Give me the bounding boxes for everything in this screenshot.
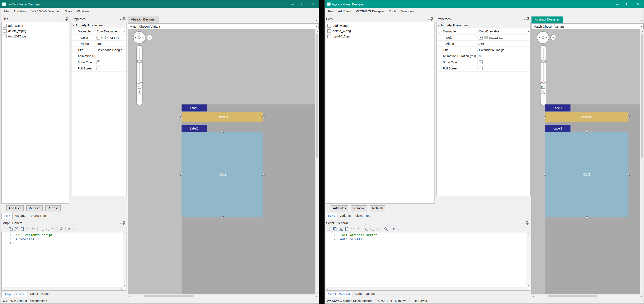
- tab-variants[interactable]: Variants: [338, 213, 353, 218]
- file-checkbox[interactable]: [3, 29, 7, 33]
- vertical-scrollbar[interactable]: ▴ ▾: [315, 29, 319, 294]
- zoom-slider-track[interactable]: [543, 48, 544, 81]
- export-image-button[interactable]: [137, 90, 142, 95]
- color-swatch[interactable]: [102, 36, 106, 39]
- scroll-left-icon[interactable]: ◂: [128, 294, 132, 298]
- widget-label1[interactable]: Label1: [182, 104, 207, 111]
- resize-handle[interactable]: [544, 116, 546, 118]
- tab-abstract-designer[interactable]: Abstract Designer: [128, 17, 159, 24]
- tab-script-general[interactable]: Script - General: [1, 291, 28, 297]
- scrollbar-thumb[interactable]: [316, 34, 318, 158]
- file-list-item[interactable]: topo2017.jpg: [326, 34, 434, 39]
- widget-spinner1[interactable]: Spinner1: [545, 112, 628, 122]
- tab-script-general[interactable]: Script - General: [326, 291, 352, 297]
- resize-handle[interactable]: [586, 131, 588, 133]
- pan-down-icon[interactable]: ▾: [542, 40, 544, 43]
- scroll-right-icon[interactable]: ▸: [122, 288, 122, 290]
- horizontal-scrollbar[interactable]: ◂ ▸: [128, 294, 319, 298]
- run-script-icon[interactable]: ▶: [67, 227, 72, 231]
- menu-windows[interactable]: Windows: [399, 9, 416, 14]
- panel-menu-chevron-icon[interactable]: ▾: [524, 18, 525, 21]
- pan-up-icon[interactable]: ▴: [542, 33, 544, 35]
- refresh-button[interactable]: Refresh: [370, 205, 385, 211]
- menu-file[interactable]: File: [1, 9, 11, 14]
- file-checkbox[interactable]: [3, 24, 7, 28]
- resize-handle[interactable]: [586, 216, 588, 218]
- alpha-value[interactable]: 255: [96, 42, 102, 46]
- scroll-left-icon[interactable]: ◂: [326, 288, 328, 290]
- indent-decrease-icon[interactable]: [40, 227, 44, 231]
- tab-files[interactable]: Files: [326, 213, 337, 219]
- resize-handle[interactable]: [221, 216, 223, 218]
- pan-right-icon[interactable]: ▸: [546, 36, 548, 39]
- color-enabled-checkbox[interactable]: [96, 36, 100, 39]
- drawable-combobox[interactable]: ColorDrawable ▾: [478, 30, 530, 33]
- copy-icon[interactable]: [8, 227, 13, 231]
- redo-icon[interactable]: ↷: [356, 227, 360, 231]
- pan-left-icon[interactable]: ◂: [135, 36, 136, 39]
- indent-increase-icon[interactable]: [370, 227, 374, 231]
- scroll-down-icon[interactable]: ▾: [640, 290, 644, 294]
- menu-tools[interactable]: Tools: [62, 9, 74, 14]
- drawable-combobox[interactable]: ColorDrawable ▾: [95, 30, 126, 33]
- variant-selector[interactable]: Match Chosen Variant ▾: [128, 24, 319, 29]
- search-icon[interactable]: [384, 227, 388, 231]
- panel-menu-chevron-icon[interactable]: ▾: [120, 18, 121, 21]
- title-value[interactable]: Calendário Google: [479, 48, 505, 52]
- refresh-button[interactable]: Refresh: [45, 205, 61, 211]
- comment-icon[interactable]: //: [51, 227, 56, 231]
- paste-icon[interactable]: [344, 227, 349, 231]
- widget-label2[interactable]: Label2: [182, 125, 207, 132]
- run-script-icon[interactable]: ▶: [392, 227, 396, 231]
- collapse-tools-button[interactable]: «: [147, 35, 152, 40]
- resize-handle[interactable]: [262, 174, 264, 176]
- undo-icon[interactable]: ↶: [26, 227, 30, 231]
- toolbar-grip-icon[interactable]: [2, 227, 7, 231]
- pan-left-icon[interactable]: ◂: [538, 36, 540, 39]
- panel-menu-chevron-icon[interactable]: ▾: [523, 222, 524, 224]
- alpha-value[interactable]: 255: [479, 42, 484, 46]
- scroll-right-icon[interactable]: ▸: [525, 288, 526, 290]
- menu-add-view[interactable]: Add View: [11, 9, 29, 14]
- design-canvas[interactable]: Label1 Spinner1 Label2 CLV2: [531, 29, 644, 294]
- toolbar-overflow-chevron-icon[interactable]: ▾: [398, 228, 399, 230]
- maximize-button[interactable]: [297, 1, 308, 8]
- paste-icon[interactable]: [20, 227, 24, 231]
- menu-windows[interactable]: Windows: [74, 9, 92, 14]
- indent-increase-icon[interactable]: [45, 227, 50, 231]
- resize-handle[interactable]: [628, 116, 630, 118]
- close-button[interactable]: ×: [308, 1, 319, 8]
- resize-handle[interactable]: [180, 116, 182, 118]
- copy-icon[interactable]: [333, 227, 337, 231]
- animation-duration-value[interactable]: 0: [96, 54, 98, 58]
- show-title-checkbox[interactable]: [96, 60, 100, 64]
- resize-handle[interactable]: [221, 131, 223, 133]
- file-list-item[interactable]: add_w.png: [2, 23, 68, 29]
- scroll-down-icon[interactable]: ▾: [528, 284, 529, 287]
- tab-abstract-designer[interactable]: Abstract Designer: [531, 17, 562, 24]
- pan-right-icon[interactable]: ▸: [143, 36, 144, 39]
- add-files-button[interactable]: Add Files: [6, 205, 24, 211]
- menu-add-view[interactable]: Add View: [336, 9, 354, 14]
- show-title-checkbox[interactable]: [479, 60, 483, 64]
- close-button[interactable]: ×: [633, 1, 644, 8]
- tab-variants[interactable]: Variants: [13, 213, 28, 218]
- animation-duration-value[interactable]: 0: [479, 54, 480, 58]
- file-checkbox[interactable]: [328, 24, 331, 28]
- widget-label1[interactable]: Label1: [545, 104, 570, 111]
- add-files-button[interactable]: Add Files: [330, 205, 348, 211]
- preview-image-button[interactable]: [541, 85, 546, 89]
- tab-views-tree[interactable]: Views Tree: [353, 213, 372, 218]
- maximize-button[interactable]: [622, 1, 633, 8]
- pin-icon[interactable]: [430, 17, 433, 21]
- indent-decrease-icon[interactable]: [364, 227, 368, 231]
- zoom-slider-track[interactable]: [139, 48, 140, 81]
- file-checkbox[interactable]: [3, 35, 7, 38]
- resize-handle[interactable]: [180, 174, 182, 176]
- scroll-up-icon[interactable]: ▴: [316, 29, 319, 33]
- scrollbar-thumb[interactable]: [641, 34, 643, 158]
- property-group-header[interactable]: ◢ Activity Properties: [436, 22, 530, 28]
- toolbar-overflow-chevron-icon[interactable]: ▾: [73, 228, 74, 230]
- widget-label2[interactable]: Label2: [545, 125, 570, 132]
- script-editor[interactable]: 1 2 3 'All variants script AutoScaleAll …: [326, 232, 530, 291]
